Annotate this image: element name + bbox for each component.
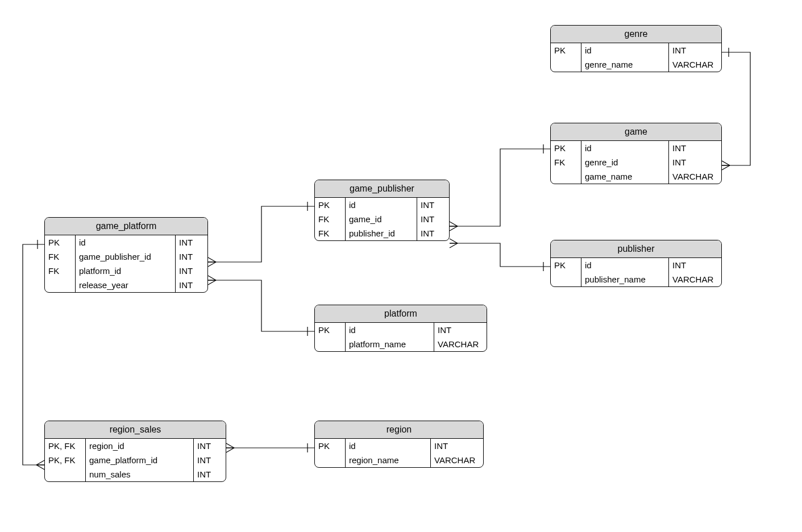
col-name: id	[76, 235, 176, 250]
entity-title: game_publisher	[315, 180, 449, 198]
table-row: PK id INT	[315, 198, 449, 212]
table-row: genre_name VARCHAR	[551, 57, 721, 72]
col-key: PK	[551, 258, 581, 272]
col-type: VARCHAR	[669, 169, 721, 184]
entity-game-publisher: game_publisher PK id INT FK game_id INT …	[314, 180, 450, 241]
col-type: VARCHAR	[669, 272, 721, 286]
col-name: id	[346, 323, 434, 337]
svg-line-5	[450, 222, 458, 226]
entity-title: game_platform	[45, 218, 207, 235]
col-type: INT	[176, 250, 207, 264]
svg-line-1	[722, 161, 730, 165]
table-row: PK, FK region_id INT	[45, 439, 226, 453]
rel-regsales-gameplat	[23, 244, 44, 465]
entity-title: region_sales	[45, 421, 226, 439]
col-type: INT	[669, 141, 721, 155]
entity-title: region	[315, 421, 483, 439]
svg-line-9	[450, 239, 458, 243]
table-row: FK game_id INT	[315, 212, 449, 226]
col-type: INT	[176, 235, 207, 250]
table-row: region_name VARCHAR	[315, 453, 483, 467]
col-key: FK	[45, 264, 76, 278]
table-row: release_year INT	[45, 278, 207, 292]
col-key	[315, 453, 346, 467]
table-row: FK genre_id INT	[551, 155, 721, 169]
rel-gameplat-platform	[208, 280, 314, 331]
table-row: PK id INT	[551, 141, 721, 155]
table-row: FK game_publisher_id INT	[45, 250, 207, 264]
col-name: release_year	[76, 278, 176, 292]
entity-region-sales: region_sales PK, FK region_id INT PK, FK…	[44, 421, 226, 482]
col-name: genre_id	[581, 155, 669, 169]
col-type: INT	[194, 467, 226, 481]
table-row: PK id INT	[315, 323, 487, 337]
col-type: INT	[194, 439, 226, 453]
col-key: PK	[315, 439, 346, 453]
col-type: INT	[194, 453, 226, 467]
entity-publisher: publisher PK id INT publisher_name VARCH…	[550, 240, 722, 287]
table-row: PK, FK game_platform_id INT	[45, 453, 226, 467]
col-name: game_platform_id	[86, 453, 194, 467]
rel-gameplat-gamepub	[208, 206, 314, 262]
col-type: INT	[176, 278, 207, 292]
col-key	[45, 278, 76, 292]
col-name: region_name	[346, 453, 431, 467]
table-row: PK id INT	[45, 235, 207, 250]
col-type: VARCHAR	[434, 337, 487, 351]
entity-title: game	[551, 123, 721, 141]
entity-game: game PK id INT FK genre_id INT game_name…	[550, 123, 722, 184]
col-name: id	[581, 141, 669, 155]
col-name: region_id	[86, 439, 194, 453]
table-row: FK publisher_id INT	[315, 226, 449, 240]
entity-game-platform: game_platform PK id INT FK game_publishe…	[44, 217, 208, 293]
svg-line-19	[208, 280, 216, 285]
col-key	[551, 57, 581, 72]
col-key: PK	[315, 323, 346, 337]
col-type: VARCHAR	[431, 453, 483, 467]
entity-title: platform	[315, 305, 487, 323]
col-name: publisher_id	[346, 226, 417, 240]
col-key: PK	[45, 235, 76, 250]
col-name: game_publisher_id	[76, 250, 176, 264]
table-row: PK id INT	[551, 43, 721, 57]
col-name: id	[581, 258, 669, 272]
rel-gamepub-game	[450, 149, 550, 226]
col-type: INT	[669, 155, 721, 169]
col-key: PK	[551, 43, 581, 57]
col-key: PK	[551, 141, 581, 155]
col-name: genre_name	[581, 57, 669, 72]
col-type: VARCHAR	[669, 57, 721, 72]
table-row: platform_name VARCHAR	[315, 337, 487, 351]
entity-title: publisher	[551, 240, 721, 258]
table-row: PK id INT	[551, 258, 721, 272]
svg-line-13	[208, 257, 216, 262]
col-key	[551, 272, 581, 286]
col-key	[315, 337, 346, 351]
svg-line-7	[450, 226, 458, 231]
col-type: INT	[669, 43, 721, 57]
col-name: id	[581, 43, 669, 57]
col-key: PK, FK	[45, 453, 86, 467]
entity-genre: genre PK id INT genre_name VARCHAR	[550, 25, 722, 72]
svg-line-11	[450, 243, 458, 248]
svg-line-3	[722, 165, 730, 170]
svg-line-27	[36, 465, 44, 469]
col-name: game_id	[346, 212, 417, 226]
col-key: FK	[315, 226, 346, 240]
col-type: INT	[417, 226, 449, 240]
col-name: publisher_name	[581, 272, 669, 286]
entity-title: genre	[551, 26, 721, 43]
col-key	[551, 169, 581, 184]
col-name: num_sales	[86, 467, 194, 481]
col-type: INT	[176, 264, 207, 278]
entity-platform: platform PK id INT platform_name VARCHAR	[314, 305, 487, 352]
svg-line-15	[208, 262, 216, 267]
entity-region: region PK id INT region_name VARCHAR	[314, 421, 484, 468]
col-key: PK, FK	[45, 439, 86, 453]
col-name: platform_name	[346, 337, 434, 351]
rel-game-genre	[722, 52, 750, 165]
table-row: PK id INT	[315, 439, 483, 453]
col-type: INT	[431, 439, 483, 453]
svg-line-21	[226, 443, 234, 448]
col-key: FK	[315, 212, 346, 226]
